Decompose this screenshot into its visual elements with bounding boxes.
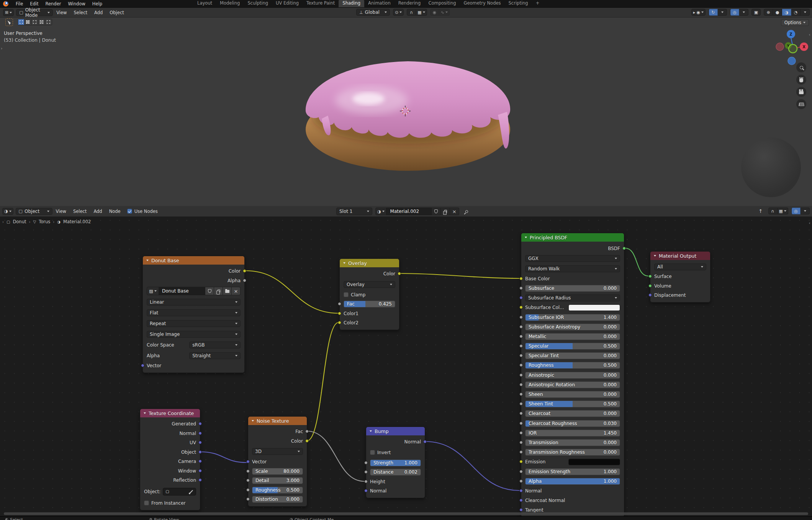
tab-scripting[interactable]: Scripting — [505, 0, 532, 7]
node-link[interactable] — [200, 452, 247, 463]
socket-in-transmission-roughness[interactable] — [519, 450, 523, 454]
socket-in-roughness[interactable] — [519, 363, 523, 367]
node-header[interactable]: Donut Base — [143, 256, 244, 265]
slider-fac[interactable]: Fac0.425 — [344, 301, 395, 307]
unlink-image-button[interactable]: × — [232, 287, 241, 295]
socket-in-subsurface-col[interactable] — [519, 306, 523, 309]
snap-toggle[interactable]: ∩ — [768, 208, 778, 214]
socket-in-displacement[interactable] — [648, 293, 652, 297]
slider-alpha[interactable]: Alpha1.000 — [525, 478, 620, 485]
slider-sheen-tint[interactable]: Sheen Tint0.500 — [525, 401, 620, 407]
mode-dropdown[interactable]: ▢ Object Mode — [16, 9, 53, 16]
pin-button[interactable] — [462, 208, 471, 215]
dropdown-random-walk[interactable]: Random Walk — [525, 265, 620, 272]
pivot-point-dropdown[interactable]: ⊙ — [393, 9, 404, 16]
node-canvas[interactable]: Donut Base ColorAlpha ▨ Donut Base ×Line… — [0, 206, 812, 520]
dropdown-flat[interactable]: Flat — [147, 309, 241, 316]
transform-orientation-dropdown[interactable]: ⊥ Global — [356, 9, 390, 16]
selectability-visibility-dropdown[interactable]: ▸◉ — [691, 9, 706, 16]
dropdown-ggx[interactable]: GGX — [525, 255, 620, 262]
fake-user-button[interactable] — [205, 287, 214, 295]
socket-in-subsurface-ior[interactable] — [519, 316, 523, 319]
tab-sculpting[interactable]: Sculpting — [244, 0, 272, 7]
select-mode-extend[interactable] — [25, 19, 31, 25]
select-mode-subtract[interactable] — [31, 19, 38, 25]
menu-help[interactable]: Help — [89, 1, 106, 7]
tab-modeling[interactable]: Modeling — [216, 0, 244, 7]
node-texture-coordinate[interactable]: Texture Coordinate GeneratedNormalUVObje… — [140, 409, 200, 510]
node-header[interactable]: Overlay — [340, 259, 399, 267]
proportional-edit-toggle[interactable]: ◉ — [430, 9, 439, 16]
show-overlays-toggle[interactable]: ◎ — [791, 208, 801, 214]
breadcrumb-expand-chevron[interactable]: › — [2, 220, 4, 224]
blender-logo-icon[interactable] — [3, 1, 8, 7]
socket-out-normal[interactable] — [198, 432, 202, 435]
dropdown-all[interactable]: All — [654, 263, 706, 270]
socket-in-height[interactable] — [364, 480, 368, 483]
socket-in-roughness[interactable] — [246, 488, 250, 492]
show-gizmo-toggle[interactable]: ↻ — [709, 9, 718, 16]
socket-in-tangent[interactable] — [519, 508, 523, 512]
socket-in-anisotropic-rotation[interactable] — [519, 383, 523, 386]
socket-in-distortion[interactable] — [246, 497, 250, 501]
shading-solid-button[interactable]: ● — [773, 9, 782, 16]
socket-in-clearcoat[interactable] — [519, 412, 523, 415]
viewport-3d[interactable]: ⊞ ▢ Object Mode View Select Add Object ⊥… — [0, 8, 812, 206]
node-link[interactable] — [425, 442, 519, 491]
node-header[interactable]: Principled BSDF — [521, 233, 624, 242]
slider-scale[interactable]: Scale80.000 — [252, 468, 303, 475]
slider-transmission-roughness[interactable]: Transmission Roughness0.000 — [525, 449, 620, 456]
socket-in-alpha[interactable] — [519, 479, 523, 483]
socket-in-emission[interactable] — [519, 460, 523, 463]
new-material-button[interactable] — [441, 208, 450, 215]
socket-in-transmission[interactable] — [519, 441, 523, 444]
tab-uv-editing[interactable]: UV Editing — [272, 0, 303, 7]
socket-in-color2[interactable] — [338, 321, 341, 324]
tab-layout[interactable]: Layout — [193, 0, 216, 7]
menu-render[interactable]: Render — [42, 1, 65, 7]
slider-roughness[interactable]: Roughness0.500 — [525, 362, 620, 369]
select-mode-intersect[interactable] — [45, 19, 52, 25]
node-material-output[interactable]: Material Output AllSurfaceVolumeDisplace… — [650, 251, 710, 303]
snap-toggle[interactable]: ∩ — [407, 9, 416, 16]
slider-specular-tint[interactable]: Specular Tint0.000 — [525, 352, 620, 359]
image-name-field[interactable]: Donut Base — [159, 287, 205, 295]
slider-clearcoat-roughness[interactable]: Clearcoat Roughness0.030 — [525, 420, 620, 427]
socket-out-alpha[interactable] — [243, 279, 246, 282]
slot-dropdown[interactable]: Slot 1 — [336, 208, 372, 215]
unlink-material-button[interactable]: × — [450, 208, 459, 215]
slider-distortion[interactable]: Distortion0.000 — [252, 496, 303, 503]
dropdown-color-space[interactable]: sRGB — [189, 342, 241, 348]
tab-compositing[interactable]: Compositing — [424, 0, 460, 7]
image-browse-dropdown[interactable]: ▨ — [147, 287, 159, 295]
slider-strength[interactable]: Strength1.000 — [370, 459, 421, 466]
node-overlay[interactable]: Overlay ColorOverlayClampFac0.425Color1C… — [339, 258, 399, 330]
color-swatch-subsurface-col[interactable] — [568, 304, 620, 311]
node-link[interactable] — [307, 431, 364, 481]
socket-in-sheen-tint[interactable] — [519, 402, 523, 406]
node-header[interactable]: Bump — [366, 427, 425, 435]
shader-editor[interactable]: Donut Base ColorAlpha ▨ Donut Base ×Line… — [0, 206, 812, 520]
slider-detail[interactable]: Detail3.000 — [252, 477, 303, 484]
gizmo-dropdown[interactable] — [718, 9, 727, 16]
fake-user-button[interactable] — [432, 208, 441, 215]
socket-out-object[interactable] — [198, 450, 202, 454]
slider-clearcoat[interactable]: Clearcoat0.000 — [525, 410, 620, 417]
overlays-dropdown[interactable] — [801, 208, 810, 214]
socket-in-specular-tint[interactable] — [519, 354, 523, 357]
snap-settings-dropdown[interactable]: ▦ — [416, 9, 427, 16]
slider-metallic[interactable]: Metallic0.000 — [525, 333, 620, 340]
node-noise-texture[interactable]: Noise Texture FacColor3DVectorScale80.00… — [248, 416, 307, 507]
node-link[interactable] — [625, 248, 648, 276]
menu-add[interactable]: Add — [90, 209, 105, 214]
axis-x-negative-ball[interactable] — [776, 43, 784, 51]
socket-in-normal[interactable] — [519, 489, 523, 492]
donut-render[interactable] — [283, 54, 532, 180]
checkbox-from-instancer[interactable] — [144, 500, 149, 505]
menu-view[interactable]: View — [53, 10, 70, 15]
toolbar-expand-chevron[interactable]: › — [1, 46, 2, 51]
slider-subsurface-anisotropy[interactable]: Subsurface Anisotropy0.000 — [525, 324, 620, 330]
open-image-button[interactable] — [223, 287, 232, 295]
slider-specular[interactable]: Specular0.500 — [525, 343, 620, 350]
menu-file[interactable]: File — [12, 1, 26, 7]
